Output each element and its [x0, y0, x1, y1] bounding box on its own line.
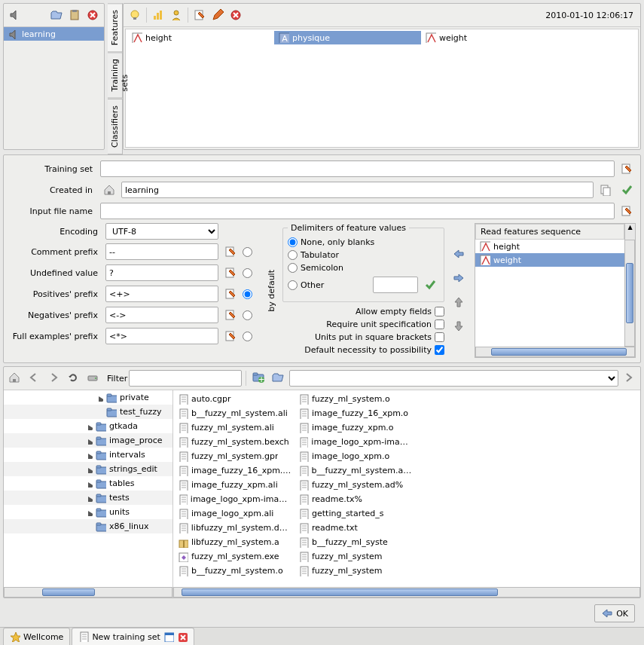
undefined-default-radio[interactable] — [243, 268, 252, 278]
file-item[interactable]: image_logo_xpm.ali — [175, 506, 295, 521]
move-right-icon[interactable] — [450, 270, 469, 288]
file-item[interactable]: auto.cgpr — [175, 392, 295, 406]
paste-icon[interactable] — [66, 6, 84, 24]
file-item[interactable]: fuzzy_ml_system.o — [295, 392, 416, 406]
file-item[interactable]: fuzzy_ml_system.exe — [175, 549, 295, 564]
file-item[interactable]: fuzzy_ml_system — [295, 549, 416, 564]
delim-other-radio[interactable] — [288, 280, 298, 290]
file-item[interactable]: getting_started_s — [295, 506, 416, 521]
edit-negatives-icon[interactable] — [221, 306, 240, 324]
delim-none-radio[interactable] — [288, 237, 298, 247]
file-item[interactable]: image_logo_xpm.o — [295, 449, 416, 463]
vtab-training-sets[interactable]: Training sets — [108, 52, 123, 98]
browser-back-icon[interactable] — [26, 369, 44, 387]
browser-action-icon[interactable] — [620, 369, 638, 387]
tab-wellcome[interactable]: Wellcome — [3, 628, 70, 645]
file-item[interactable]: image_fuzzy_16_xpm.ali — [175, 463, 295, 478]
file-item[interactable]: image_fuzzy_xpm.o — [295, 420, 416, 435]
full-examples-default-radio[interactable] — [243, 332, 252, 341]
comment-default-radio[interactable] — [243, 247, 252, 257]
positives-prefix-input[interactable] — [105, 286, 218, 302]
tree-row[interactable]: image_proce — [4, 433, 172, 448]
delim-tab-radio[interactable] — [288, 250, 298, 260]
file-item[interactable]: image_logo_xpm-image.ali — [175, 492, 295, 506]
edit-doc-icon[interactable] — [191, 6, 209, 24]
tree-row[interactable]: private — [4, 390, 172, 405]
ok-button[interactable]: OK — [594, 604, 635, 622]
move-left-icon[interactable] — [450, 246, 469, 264]
path-select[interactable] — [289, 370, 618, 387]
read-features-scrollbar[interactable] — [624, 240, 635, 347]
file-item[interactable]: image_fuzzy_xpm.ali — [175, 478, 295, 492]
bulb-icon[interactable] — [126, 6, 144, 24]
full-examples-prefix-input[interactable] — [105, 328, 218, 344]
default-necessity-checkbox[interactable] — [435, 345, 444, 355]
edit-comment-icon[interactable] — [221, 243, 240, 261]
read-feature-item[interactable]: height — [475, 240, 624, 253]
tab-close-icon[interactable] — [177, 631, 188, 642]
feature-item[interactable]: physique — [274, 31, 421, 44]
read-features-hscroll[interactable] — [475, 347, 635, 357]
delete-icon[interactable] — [227, 6, 245, 24]
training-set-input[interactable] — [100, 160, 615, 177]
tree-hscroll[interactable] — [4, 587, 172, 598]
file-item[interactable]: readme.tx% — [295, 492, 416, 506]
move-down-icon[interactable] — [450, 318, 469, 336]
tree-row[interactable]: tests — [4, 491, 172, 505]
browser-folder-icon[interactable] — [270, 369, 288, 387]
delim-semi-radio[interactable] — [288, 263, 298, 273]
home-icon[interactable] — [100, 181, 118, 199]
filter-input[interactable] — [129, 370, 242, 387]
edit-full-examples-icon[interactable] — [221, 327, 240, 345]
feature-item[interactable]: height — [127, 31, 274, 44]
chart-icon[interactable] — [149, 6, 167, 24]
tree-row[interactable]: tables — [4, 476, 172, 491]
sidebar-item[interactable]: learning — [4, 27, 104, 41]
file-item[interactable]: readme.txt — [295, 521, 416, 535]
person-icon[interactable] — [167, 6, 185, 24]
file-item[interactable]: image_logo_xpm-image.o — [295, 435, 416, 449]
undefined-value-input[interactable] — [105, 264, 218, 281]
file-item[interactable]: fuzzy_ml_system.ali — [175, 420, 295, 435]
vtab-features[interactable]: Features — [108, 3, 123, 52]
delim-check-icon[interactable] — [421, 276, 439, 294]
allow-empty-checkbox[interactable] — [435, 307, 444, 316]
copy-icon[interactable] — [597, 181, 615, 199]
require-unit-checkbox[interactable] — [435, 319, 444, 329]
browser-refresh-icon[interactable] — [65, 369, 83, 387]
file-item[interactable]: libfuzzy_ml_system.deps — [175, 521, 295, 535]
browser-drive-icon[interactable] — [84, 369, 102, 387]
file-item[interactable]: libfuzzy_ml_system.a — [175, 535, 295, 549]
feature-item[interactable]: weight — [421, 31, 568, 44]
encoding-select[interactable]: UTF-8 — [105, 223, 218, 240]
pencil-icon[interactable] — [209, 6, 227, 24]
read-feature-item[interactable]: weight — [475, 253, 624, 267]
edit-input-file-icon[interactable] — [618, 202, 636, 220]
negatives-prefix-input[interactable] — [105, 307, 218, 323]
files-hscroll[interactable] — [173, 587, 640, 598]
negatives-default-radio[interactable] — [243, 310, 252, 320]
new-folder-icon[interactable] — [250, 369, 268, 387]
file-item[interactable]: fuzzy_ml_system.gpr — [175, 449, 295, 463]
check-icon[interactable] — [618, 181, 636, 199]
tree-row[interactable]: x86_linux — [4, 519, 172, 533]
vtab-classifiers[interactable]: Classifiers — [108, 99, 123, 154]
file-item[interactable]: b__fuzzy_ml_syste — [295, 535, 416, 549]
delim-other-input[interactable] — [373, 277, 418, 293]
tree-row[interactable]: intervals — [4, 448, 172, 462]
browser-forward-icon[interactable] — [45, 369, 63, 387]
tree-row[interactable]: test_fuzzy — [4, 405, 172, 419]
open-folder-icon[interactable] — [47, 6, 66, 24]
file-item[interactable]: fuzzy_ml_system.bexch — [175, 435, 295, 449]
tree-row[interactable]: strings_edit — [4, 462, 172, 476]
tree-row[interactable]: units — [4, 505, 172, 519]
created-in-input[interactable] — [121, 182, 594, 198]
file-item[interactable]: b__fuzzy_ml_system.ad% — [295, 463, 416, 478]
file-item[interactable]: b__fuzzy_ml_system.o — [175, 564, 295, 578]
comment-prefix-input[interactable] — [105, 243, 218, 260]
browser-home-icon[interactable] — [6, 369, 24, 387]
file-item[interactable]: fuzzy_ml_system.ad% — [295, 478, 416, 492]
tree-row[interactable]: gtkada — [4, 419, 172, 433]
edit-training-set-icon[interactable] — [618, 160, 636, 178]
positives-default-radio[interactable] — [243, 289, 252, 299]
